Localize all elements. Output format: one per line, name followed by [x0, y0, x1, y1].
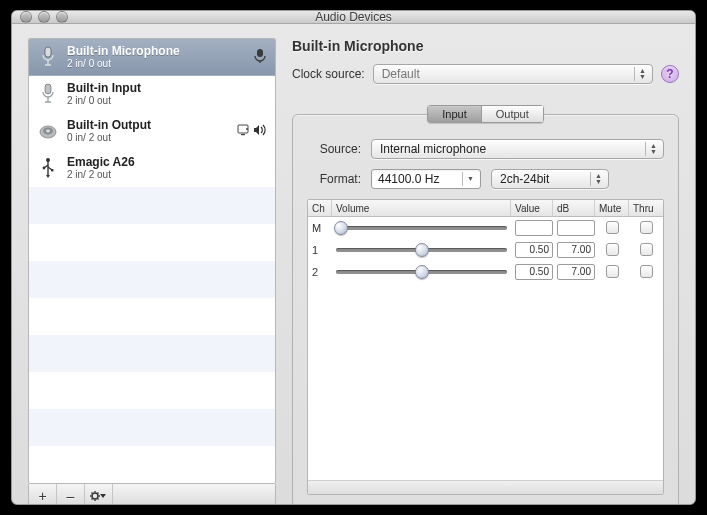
mic-icon — [37, 83, 59, 105]
format-channels-popup[interactable]: 2ch-24bit ▲▼ — [491, 169, 609, 189]
device-name: Emagic A26 — [67, 155, 267, 169]
audio-devices-window: Audio Devices Built-in Microphone 2 in/ … — [11, 10, 696, 505]
svg-point-10 — [46, 130, 50, 133]
db-field[interactable] — [557, 220, 595, 236]
device-row-built-in-microphone[interactable]: Built-in Microphone 2 in/ 0 out — [29, 39, 275, 76]
help-button[interactable]: ? — [661, 65, 679, 83]
chevron-updown-icon: ▲▼ — [634, 67, 650, 81]
mute-checkbox[interactable] — [606, 221, 619, 234]
tab-input[interactable]: Input — [427, 105, 481, 123]
device-row-emagic-a26[interactable]: Emagic A26 2 in/ 2 out — [29, 150, 275, 187]
device-io: 2 in/ 0 out — [67, 95, 267, 107]
io-tabs: Input Output — [427, 105, 544, 123]
volume-slider[interactable] — [336, 242, 507, 258]
svg-line-24 — [97, 498, 98, 499]
svg-point-13 — [246, 128, 248, 130]
usb-icon — [37, 157, 59, 179]
thru-checkbox[interactable] — [640, 221, 653, 234]
col-volume[interactable]: Volume — [332, 200, 511, 216]
svg-rect-5 — [45, 84, 51, 94]
col-mute[interactable]: Mute — [595, 200, 629, 216]
svg-rect-12 — [241, 134, 245, 135]
col-thru[interactable]: Thru — [629, 200, 663, 216]
input-panel: Source: Internal microphone ▲▼ Format: 4… — [292, 114, 679, 505]
device-list-empty — [29, 187, 275, 483]
chevron-down-icon: ▼ — [462, 172, 478, 186]
device-name: Built-in Microphone — [67, 44, 245, 58]
col-value[interactable]: Value — [511, 200, 553, 216]
volume-slider[interactable] — [336, 264, 507, 280]
clock-source-popup[interactable]: Default ▲▼ — [373, 64, 653, 84]
source-popup[interactable]: Internal microphone ▲▼ — [371, 139, 664, 159]
device-name: Built-in Input — [67, 81, 267, 95]
clock-source-value: Default — [382, 67, 420, 81]
default-input-icon — [253, 48, 267, 66]
device-io: 2 in/ 2 out — [67, 169, 267, 181]
channel-row-master: M — [308, 217, 663, 239]
clock-source-label: Clock source: — [292, 67, 365, 81]
device-name: Built-in Output — [67, 118, 229, 132]
format-label: Format: — [307, 172, 361, 186]
channels-table: Ch Volume Value dB Mute Thru M — [307, 199, 664, 495]
remove-device-button[interactable]: – — [57, 484, 85, 505]
channel-row-2: 2 0.50 7.00 — [308, 261, 663, 283]
format-hz-combo[interactable]: 44100.0 Hz ▼ — [371, 169, 481, 189]
device-list[interactable]: Built-in Microphone 2 in/ 0 out Built — [28, 38, 276, 484]
system-output-icon — [237, 124, 251, 138]
mute-checkbox[interactable] — [606, 243, 619, 256]
value-field[interactable]: 0.50 — [515, 242, 553, 258]
zoom-icon[interactable] — [56, 11, 68, 23]
svg-line-23 — [91, 492, 92, 493]
col-db[interactable]: dB — [553, 200, 595, 216]
value-field[interactable] — [515, 220, 553, 236]
device-io: 2 in/ 0 out — [67, 58, 245, 70]
thru-checkbox[interactable] — [640, 243, 653, 256]
device-list-toolbar: + – — [28, 484, 276, 505]
value-field[interactable]: 0.50 — [515, 264, 553, 280]
device-row-built-in-output[interactable]: Built-in Output 0 in/ 2 out — [29, 113, 275, 150]
thru-checkbox[interactable] — [640, 265, 653, 278]
speaker-icon — [37, 120, 59, 142]
svg-rect-0 — [45, 47, 51, 57]
titlebar[interactable]: Audio Devices — [12, 11, 695, 24]
close-icon[interactable] — [20, 11, 32, 23]
svg-line-25 — [97, 492, 98, 493]
sound-output-icon — [253, 124, 267, 138]
svg-line-26 — [91, 498, 92, 499]
svg-rect-3 — [257, 49, 263, 57]
chevron-updown-icon: ▲▼ — [590, 172, 606, 186]
channel-row-1: 1 0.50 7.00 — [308, 239, 663, 261]
svg-point-16 — [43, 167, 46, 170]
device-row-built-in-input[interactable]: Built-in Input 2 in/ 0 out — [29, 76, 275, 113]
mute-checkbox[interactable] — [606, 265, 619, 278]
tab-output[interactable]: Output — [482, 105, 544, 123]
device-title: Built-in Microphone — [292, 38, 679, 54]
svg-rect-17 — [51, 169, 53, 171]
col-ch[interactable]: Ch — [308, 200, 332, 216]
chevron-updown-icon: ▲▼ — [645, 142, 661, 156]
window-title: Audio Devices — [12, 10, 695, 24]
volume-slider[interactable] — [336, 220, 507, 236]
source-label: Source: — [307, 142, 361, 156]
add-device-button[interactable]: + — [29, 484, 57, 505]
db-field[interactable]: 7.00 — [557, 242, 595, 258]
device-io: 0 in/ 2 out — [67, 132, 229, 144]
minimize-icon[interactable] — [38, 11, 50, 23]
db-field[interactable]: 7.00 — [557, 264, 595, 280]
mic-icon — [37, 46, 59, 68]
device-actions-button[interactable] — [85, 484, 113, 505]
svg-point-18 — [92, 493, 98, 499]
